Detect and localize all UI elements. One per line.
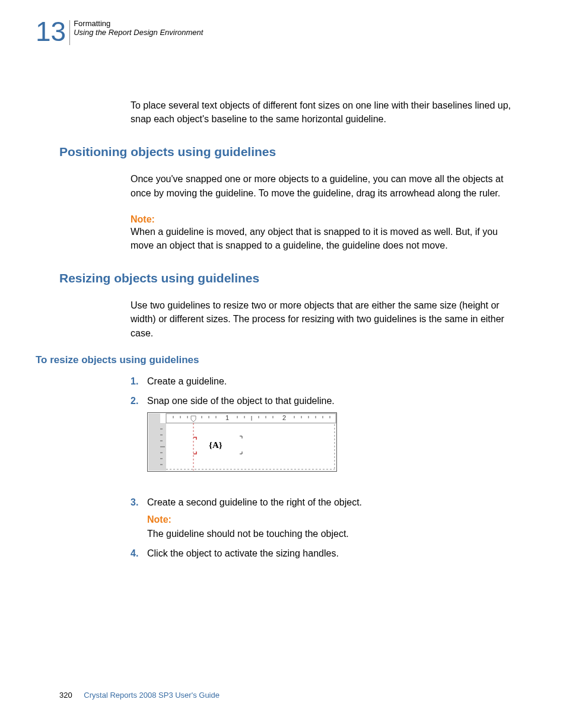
step-item: 3. Create a second guideline to the righ… <box>131 495 519 541</box>
step-text: Create a second guideline to the right o… <box>147 497 362 507</box>
steps-list: 1. Create a guideline. 2. Snap one side … <box>131 374 519 560</box>
step-number: 3. <box>131 495 138 509</box>
page-number: 320 <box>59 691 72 700</box>
page-footer: 320 Crystal Reports 2008 SP3 User's Guid… <box>59 691 220 700</box>
figure-label-a: {A} <box>209 440 222 450</box>
step-note-block: Note: The guideline should not be touchi… <box>147 513 519 540</box>
step-item: 2. Snap one side of the object to that g… <box>131 394 519 489</box>
page-container: 13 Formatting Using the Report Design En… <box>0 0 566 560</box>
intro-paragraph: To place several text objects of differe… <box>131 98 519 126</box>
ruler-mark-1: 1 <box>225 414 229 421</box>
svg-rect-2 <box>160 414 166 423</box>
note-label: Note: <box>131 214 519 225</box>
step-number: 2. <box>131 394 138 408</box>
step-text: Create a guideline. <box>147 376 227 386</box>
step-text: Click the object to activate the sizing … <box>147 548 339 558</box>
note-block-positioning: Note: When a guideline is moved, any obj… <box>131 214 519 252</box>
subheading-to-resize: To resize objects using guidelines <box>36 354 519 366</box>
footer-title: Crystal Reports 2008 SP3 User's Guide <box>84 691 220 700</box>
chapter-number: 13 <box>36 18 66 45</box>
heading-resizing: Resizing objects using guidelines <box>59 271 519 285</box>
header-section-title: Using the Report Design Environment <box>74 28 203 37</box>
heading-positioning: Positioning objects using guidelines <box>59 145 519 159</box>
note-text: The guideline should not be touching the… <box>147 529 349 539</box>
header-text-block: Formatting Using the Report Design Envir… <box>74 18 203 37</box>
ruler-mark-2: 2 <box>282 414 286 421</box>
step-item: 1. Create a guideline. <box>131 374 519 388</box>
positioning-paragraph: Once you've snapped one or more objects … <box>131 172 519 199</box>
content-area: To place several text objects of differe… <box>36 98 519 560</box>
page-header: 13 Formatting Using the Report Design En… <box>36 18 519 45</box>
step-text: Snap one side of the object to that guid… <box>147 396 335 406</box>
header-chapter-title: Formatting <box>74 19 203 28</box>
step-number: 1. <box>131 374 138 388</box>
step-number: 4. <box>131 546 138 560</box>
note-text: When a guideline is moved, any object th… <box>131 227 498 250</box>
header-divider <box>69 20 70 45</box>
figure-ruler: 1 2 {A} <box>147 412 337 472</box>
step-item: 4. Click the object to activate the sizi… <box>131 546 519 560</box>
note-label: Note: <box>147 513 519 526</box>
resizing-paragraph: Use two guidelines to resize two or more… <box>131 298 519 340</box>
